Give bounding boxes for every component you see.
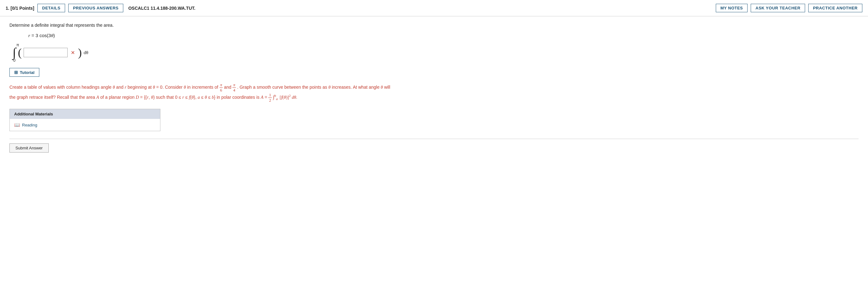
- integral-lower-bound: 0: [13, 58, 16, 62]
- hint-line2: the graph retrace itself? Recall that th…: [9, 95, 268, 100]
- half-denominator: 2: [268, 98, 272, 103]
- additional-materials-header: Additional Materials: [10, 109, 160, 119]
- header-left: 1. [0/1 Points] DETAILS PREVIOUS ANSWERS…: [6, 4, 713, 12]
- hint-text: Create a table of values with column hea…: [9, 83, 450, 102]
- integral-symbol: π ∫ 0: [12, 43, 16, 62]
- integral-sign: ∫: [12, 47, 16, 58]
- integral-upper-bound: π: [17, 43, 19, 47]
- equation-text: r = 3 cos(3θ): [28, 33, 55, 38]
- hint-integrand: [f(θ)]2 dθ.: [280, 95, 297, 100]
- fraction-pi4: π 4: [232, 83, 236, 93]
- tutorial-icon: ⊞: [14, 70, 18, 75]
- hint-line1-start: Create a table of values with column hea…: [9, 85, 219, 90]
- fraction-pi6: π 6: [219, 83, 223, 93]
- tutorial-button[interactable]: ⊞ Tutorial: [9, 68, 39, 77]
- close-paren: ): [78, 47, 82, 58]
- problem-instruction: Determine a definite integral that repre…: [9, 23, 859, 28]
- hint-and: and: [224, 85, 232, 90]
- hint-line1-end: . Graph a smooth curve between the point…: [237, 85, 390, 90]
- book-icon: 📖: [14, 122, 20, 128]
- ask-teacher-button[interactable]: ASK YOUR TEACHER: [751, 4, 805, 12]
- points-label: 1. [0/1 Points]: [6, 6, 34, 11]
- submit-section: Submit Answer: [9, 139, 859, 153]
- submit-answer-button[interactable]: Submit Answer: [9, 143, 49, 153]
- reading-label: Reading: [22, 123, 37, 127]
- header-right: MY NOTES ASK YOUR TEACHER PRACTICE ANOTH…: [716, 4, 862, 12]
- integral-container: π ∫ 0 ( ✕ ) dθ: [12, 43, 859, 62]
- pi6-denominator: 6: [219, 88, 223, 93]
- answer-input[interactable]: [24, 48, 68, 57]
- main-content: Determine a definite integral that repre…: [0, 17, 868, 162]
- practice-another-button[interactable]: PRACTICE ANOTHER: [808, 4, 862, 12]
- pi6-numerator: π: [219, 83, 223, 88]
- dtheta-label: dθ: [84, 50, 88, 55]
- reading-link[interactable]: 📖 Reading: [14, 122, 156, 128]
- additional-materials: Additional Materials 📖 Reading: [9, 109, 160, 131]
- problem-code: OSCALC1 11.4.188-200.WA.TUT.: [128, 6, 195, 11]
- equation-line: r = 3 cos(3θ): [28, 33, 859, 38]
- hint-integral-expr: ∫ba: [273, 94, 280, 100]
- my-notes-button[interactable]: MY NOTES: [716, 4, 748, 12]
- tutorial-label: Tutorial: [20, 70, 35, 75]
- previous-answers-button[interactable]: PREVIOUS ANSWERS: [68, 4, 123, 12]
- pi4-denominator: 4: [232, 88, 236, 93]
- half-numerator: 1: [268, 93, 272, 98]
- page-header: 1. [0/1 Points] DETAILS PREVIOUS ANSWERS…: [0, 0, 868, 17]
- additional-materials-body: 📖 Reading: [10, 119, 160, 131]
- pi4-numerator: π: [232, 83, 236, 88]
- clear-button[interactable]: ✕: [69, 50, 76, 56]
- open-paren: (: [18, 47, 22, 58]
- details-button[interactable]: DETAILS: [37, 4, 65, 12]
- fraction-half: 1 2: [268, 93, 272, 102]
